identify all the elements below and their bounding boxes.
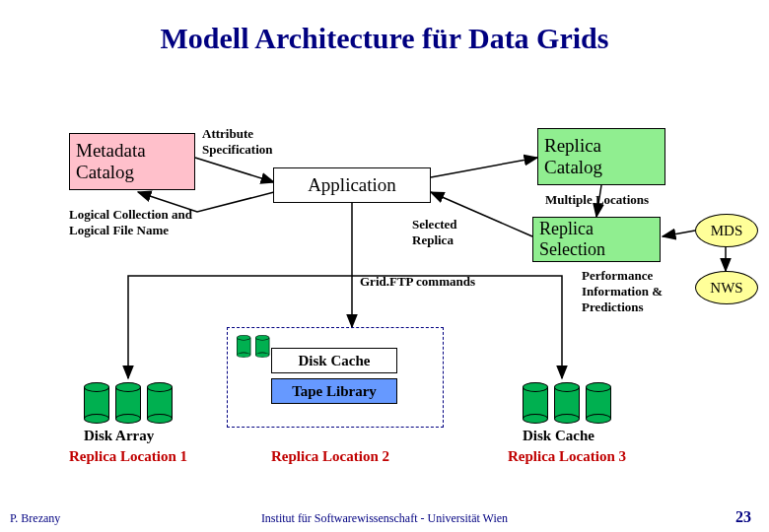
disk-array-label: Disk Array	[84, 428, 154, 444]
disk-cache-cylinders-2	[523, 382, 611, 424]
replica-location-1-label: Replica Location 1	[69, 448, 187, 465]
perf-info-label: Performance Information & Predictions	[582, 268, 663, 315]
disk-array-cylinders	[84, 382, 173, 424]
replica-location-2-label: Replica Location 2	[271, 448, 389, 465]
selected-replica-label: Selected Replica	[412, 217, 456, 248]
gridftp-label: Grid.FTP commands	[360, 274, 475, 290]
nws-oval: NWS	[695, 271, 758, 304]
footer-institute: Institut für Softwarewissenschaft - Univ…	[0, 511, 769, 526]
replica-selection-box: Replica Selection	[532, 217, 661, 262]
disk-cache-box: Disk Cache	[271, 348, 397, 373]
replica-catalog-box: Replica Catalog	[537, 128, 665, 185]
mds-oval: MDS	[695, 214, 758, 247]
application-box: Application	[273, 167, 431, 203]
attribute-spec-label: Attribute Specification	[202, 126, 273, 158]
diagram-canvas: Metadata Catalog Replica Catalog Replica…	[0, 0, 769, 532]
tape-library-box: Tape Library	[271, 378, 397, 404]
disk-cache-label: Disk Cache	[523, 428, 594, 444]
logical-collection-label: Logical Collection and Logical File Name	[69, 207, 192, 238]
multiple-locations-label: Multiple Locations	[545, 192, 649, 208]
metadata-catalog-box: Metadata Catalog	[69, 133, 195, 190]
replica-location-3-label: Replica Location 3	[508, 448, 626, 465]
page-number: 23	[735, 508, 751, 526]
